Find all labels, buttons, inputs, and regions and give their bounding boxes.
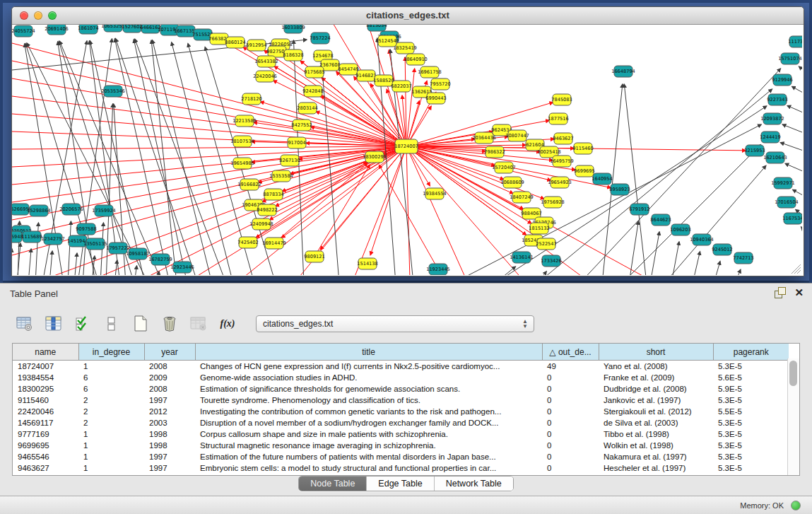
tab-edge-table[interactable]: Edge Table: [367, 477, 434, 491]
table-row[interactable]: 911546021997Tourette syndrome. Phenomeno…: [13, 395, 789, 406]
graph-node[interactable]: 9115460: [572, 143, 593, 154]
graph-node[interactable]: 16210643: [763, 152, 787, 163]
graph-node[interactable]: 9175685: [304, 66, 324, 78]
graph-node[interactable]: 3215953: [744, 145, 765, 156]
graph-node[interactable]: 9097588: [76, 223, 96, 235]
graph-node[interactable]: 1167534: [782, 213, 802, 224]
graph-node[interactable]: 917004: [288, 137, 306, 148]
graph-node[interactable]: 7955720: [430, 78, 450, 90]
graph-node[interactable]: 7425402: [237, 237, 258, 248]
graph-node[interactable]: 19654923: [548, 177, 572, 188]
graph-node[interactable]: 12093872: [760, 113, 784, 124]
graph-node[interactable]: 18407249: [510, 192, 534, 203]
graph-node[interactable]: 1115689: [21, 231, 42, 243]
graph-node[interactable]: 1640954: [592, 173, 612, 185]
graph-node[interactable]: 8267130: [279, 155, 300, 166]
column-header-in-degree[interactable]: in_degree: [78, 344, 144, 361]
graph-node[interactable]: 19384554: [423, 188, 447, 199]
graph-node[interactable]: 15751074: [778, 53, 802, 64]
delete-icon[interactable]: [160, 315, 179, 333]
column-header-short[interactable]: short: [599, 344, 713, 361]
table-row[interactable]: 1830029562008Estimation of significance …: [13, 383, 789, 395]
graph-node[interactable]: 1527602: [122, 25, 142, 33]
graph-node[interactable]: 6791912: [629, 204, 649, 215]
graph-node[interactable]: 18640910: [404, 54, 428, 65]
graph-node[interactable]: 8860124: [225, 37, 245, 48]
graph-node[interactable]: 1117304: [788, 36, 802, 47]
graph-node[interactable]: 9498222: [257, 204, 277, 216]
graph-node[interactable]: 7845083: [551, 94, 572, 105]
network-canvas[interactable]: 2405572420691406186107410653257152760264…: [12, 25, 802, 275]
float-panel-icon[interactable]: [775, 287, 786, 298]
select-column-icon[interactable]: [45, 315, 63, 333]
graph-node[interactable]: 16495759: [550, 156, 574, 167]
graph-node[interactable]: 2522547: [536, 238, 556, 250]
table-settings-icon[interactable]: [16, 315, 34, 333]
graph-node[interactable]: 16648794: [611, 66, 635, 77]
graph-node[interactable]: 12409948: [249, 218, 273, 230]
column-header-title[interactable]: title: [195, 344, 542, 361]
new-table-icon[interactable]: [131, 315, 150, 333]
graph-node[interactable]: 15720407: [492, 162, 516, 173]
graph-node[interactable]: 19756928: [541, 197, 565, 208]
table-row[interactable]: 1938455462009Genome-wide association stu…: [13, 372, 789, 383]
graph-node[interactable]: 16782759: [148, 254, 172, 265]
graph-node[interactable]: 9463627: [553, 133, 573, 144]
column-header-name[interactable]: name: [13, 344, 78, 361]
delete-table-icon[interactable]: [189, 315, 208, 333]
column-header-out-de-[interactable]: △ out_de...: [542, 344, 599, 361]
graph-node[interactable]: 16914479: [262, 238, 286, 249]
window-titlebar[interactable]: citations_edges.txt: [12, 7, 804, 25]
graph-node[interactable]: 15992971: [771, 177, 795, 189]
graph-node[interactable]: 1096203: [670, 224, 690, 235]
graph-node[interactable]: 5912954: [246, 40, 266, 51]
graph-node[interactable]: 9129946: [772, 74, 792, 86]
table-row[interactable]: 1872400712008Changes of HCN gene express…: [13, 361, 789, 373]
graph-node[interactable]: 10688609: [500, 177, 524, 188]
graph-node[interactable]: 22420046: [253, 71, 277, 82]
graph-hub-node[interactable]: 18724007: [394, 139, 418, 153]
graph-node[interactable]: 7742713: [733, 252, 753, 264]
graph-node[interactable]: 2803144: [297, 103, 317, 114]
graph-node[interactable]: 16961758: [418, 66, 442, 78]
graph-node[interactable]: 8878334: [263, 189, 283, 200]
network-view-window[interactable]: citations_edges.txt 24055724206914061861…: [11, 6, 804, 276]
graph-node[interactable]: 10958187: [126, 248, 150, 259]
table-row[interactable]: 946554611997Estimation of the future num…: [13, 451, 789, 462]
graph-node[interactable]: 6990443: [425, 93, 446, 104]
graph-node[interactable]: 18300295: [363, 151, 387, 163]
graph-node[interactable]: 1514138: [357, 258, 377, 269]
table-row[interactable]: 1456911722003Disruption of a novel membe…: [13, 417, 789, 428]
graph-node[interactable]: 20535346: [101, 86, 125, 97]
graph-node[interactable]: 1244419: [760, 132, 780, 143]
graph-node[interactable]: 8813054: [366, 25, 387, 31]
graph-node[interactable]: 6822037: [391, 81, 411, 92]
graph-node[interactable]: 10940364: [690, 234, 714, 245]
table-scrollbar[interactable]: [787, 358, 799, 475]
graph-node[interactable]: 18107534: [230, 136, 254, 147]
graph-node[interactable]: 8958923: [609, 184, 630, 195]
table-selector-dropdown[interactable]: citations_edges.txt ▲▼: [256, 315, 534, 332]
graph-node[interactable]: 1733426: [541, 255, 561, 267]
graph-node[interactable]: 2718120: [241, 93, 261, 105]
graph-node[interactable]: 1815132: [529, 223, 549, 234]
graph-node[interactable]: 14136141: [510, 252, 534, 263]
citation-network-graph[interactable]: 2405572420691406186107410653257152760264…: [12, 25, 802, 275]
tab-node-table[interactable]: Node Table: [299, 477, 367, 491]
graph-node[interactable]: 8427552: [291, 119, 312, 131]
graph-node[interactable]: 15353584: [269, 170, 293, 182]
graph-node[interactable]: 15298864: [27, 205, 51, 216]
graph-node[interactable]: 12923446: [170, 262, 194, 273]
graph-node[interactable]: 13505135: [83, 238, 107, 250]
graph-node[interactable]: 17016504: [775, 197, 799, 208]
graph-node[interactable]: 9227343: [767, 94, 787, 105]
graph-node[interactable]: 12342757: [41, 233, 65, 245]
close-panel-icon[interactable]: ✕: [794, 287, 804, 298]
graph-node[interactable]: 9809121: [304, 251, 324, 262]
graph-node[interactable]: 7857224: [310, 33, 330, 44]
graph-node[interactable]: 8186328: [283, 49, 303, 61]
graph-node[interactable]: 16033809: [281, 25, 305, 33]
graph-node[interactable]: 9699695: [574, 165, 594, 177]
graph-node[interactable]: 19654985: [230, 158, 254, 169]
scrollbar-thumb[interactable]: [789, 361, 797, 386]
